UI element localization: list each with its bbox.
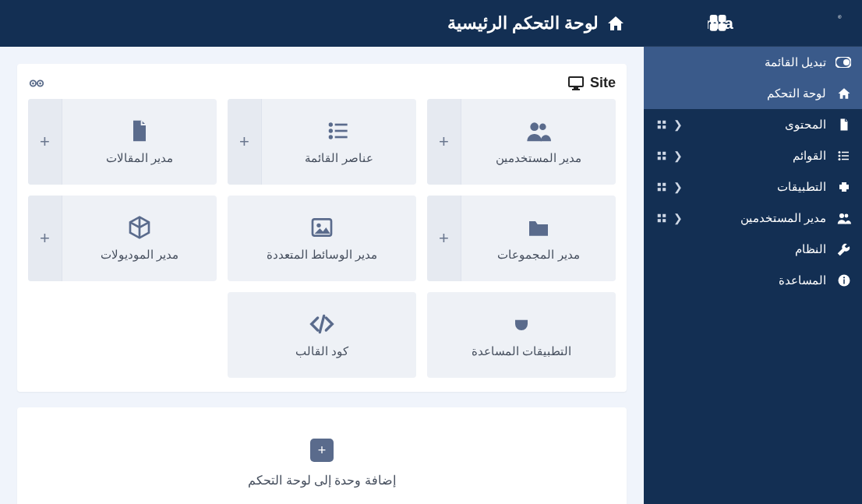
nav-label: المساعدة bbox=[655, 273, 826, 287]
tile-file: مدير المقالات+ bbox=[28, 99, 217, 185]
menu-toggle[interactable]: تبديل القائمة bbox=[644, 47, 862, 78]
svg-rect-37 bbox=[572, 89, 580, 90]
tile-list: عناصر القائمة+ bbox=[228, 99, 416, 185]
desktop-icon bbox=[568, 76, 584, 90]
nav-users[interactable]: مدير المستخدمين❮ bbox=[644, 203, 862, 234]
svg-point-51 bbox=[316, 224, 320, 227]
svg-rect-11 bbox=[662, 125, 666, 129]
svg-point-26 bbox=[839, 213, 844, 218]
svg-rect-3 bbox=[719, 14, 726, 22]
toggle-icon bbox=[832, 57, 851, 68]
svg-point-39 bbox=[32, 82, 34, 84]
svg-point-48 bbox=[329, 135, 333, 139]
svg-rect-9 bbox=[662, 121, 666, 124]
grid-icon[interactable] bbox=[655, 119, 669, 130]
svg-rect-28 bbox=[658, 214, 661, 217]
sidebar: Joomla! ® تبديل القائمة لوحة التحكمالمح bbox=[644, 0, 862, 504]
svg-rect-35 bbox=[569, 77, 583, 86]
grid-icon[interactable] bbox=[655, 182, 669, 192]
panel-settings-button[interactable] bbox=[28, 76, 45, 90]
nav-label: مدير المستخدمين bbox=[687, 211, 826, 225]
content: Site مدير المستخدمين+عناصر القائمة+مدير … bbox=[0, 47, 644, 504]
svg-rect-8 bbox=[658, 121, 661, 124]
tile-button[interactable]: مدير الوسائط المتعددة bbox=[228, 196, 416, 281]
nav: لوحة التحكمالمحتوى❮القوائم❮التطبيقات❮مدي… bbox=[644, 78, 862, 296]
nav-label: القوائم bbox=[687, 149, 826, 163]
svg-point-46 bbox=[329, 129, 333, 132]
tile-button[interactable]: مدير المقالات bbox=[62, 99, 217, 185]
tile-button[interactable]: مدير الموديولات bbox=[62, 196, 217, 281]
svg-rect-49 bbox=[335, 136, 348, 139]
svg-rect-15 bbox=[842, 155, 849, 157]
tile-add-button[interactable]: + bbox=[228, 99, 262, 185]
svg-rect-13 bbox=[842, 152, 849, 153]
tile-code: كود القالب bbox=[228, 292, 416, 378]
nav-label: التطبيقات bbox=[687, 180, 826, 194]
site-panel: Site مدير المستخدمين+عناصر القائمة+مدير … bbox=[17, 64, 627, 392]
svg-rect-31 bbox=[662, 219, 666, 222]
nav-help[interactable]: المساعدة bbox=[644, 265, 862, 296]
tile-cube: مدير الموديولات+ bbox=[28, 196, 217, 281]
plug-icon bbox=[509, 312, 534, 337]
add-module-panel[interactable]: + إضافة وحدة إلى لوحة التحكم bbox=[17, 407, 627, 504]
svg-point-34 bbox=[843, 277, 845, 278]
tile-button[interactable]: مدير المستخدمين bbox=[461, 99, 616, 185]
svg-rect-30 bbox=[658, 219, 661, 222]
tile-grid: مدير المستخدمين+عناصر القائمة+مدير المقا… bbox=[28, 99, 616, 378]
home-icon bbox=[832, 86, 851, 100]
tile-users: مدير المستخدمين+ bbox=[427, 99, 616, 185]
chevron-left-icon: ❮ bbox=[669, 212, 687, 224]
tile-button[interactable]: مدير المجموعات bbox=[461, 196, 616, 281]
svg-rect-25 bbox=[662, 188, 666, 191]
wrench-icon bbox=[832, 242, 851, 256]
panel-title-text: Site bbox=[590, 75, 616, 91]
svg-point-14 bbox=[839, 155, 841, 157]
svg-rect-5 bbox=[719, 23, 726, 31]
tile-label: كود القالب bbox=[295, 344, 348, 358]
svg-text:®: ® bbox=[838, 14, 842, 19]
panel-title: Site bbox=[568, 75, 616, 91]
chevron-left-icon: ❮ bbox=[669, 118, 687, 131]
svg-rect-4 bbox=[710, 23, 718, 31]
svg-rect-24 bbox=[658, 188, 661, 191]
brand-logo: Joomla! ® bbox=[644, 0, 862, 47]
tile-add-button[interactable]: + bbox=[427, 196, 461, 281]
grid-icon[interactable] bbox=[655, 150, 669, 161]
nav-components[interactable]: التطبيقات❮ bbox=[644, 171, 862, 203]
tile-button[interactable]: عناصر القائمة bbox=[262, 99, 416, 185]
svg-point-27 bbox=[845, 214, 849, 218]
nav-dashboard[interactable]: لوحة التحكم bbox=[644, 78, 862, 109]
puzzle-icon bbox=[832, 180, 851, 194]
grid-icon[interactable] bbox=[655, 213, 669, 224]
tile-label: مدير المجموعات bbox=[497, 248, 579, 262]
svg-point-7 bbox=[843, 59, 850, 65]
list-icon bbox=[832, 149, 851, 163]
nav-content[interactable]: المحتوى❮ bbox=[644, 109, 862, 140]
tile-add-button[interactable]: + bbox=[28, 196, 62, 281]
svg-rect-17 bbox=[842, 159, 849, 160]
nav-label: النظام bbox=[655, 242, 826, 256]
menu-toggle-label: تبديل القائمة bbox=[655, 55, 826, 69]
svg-point-41 bbox=[39, 82, 41, 84]
tile-label: مدير الموديولات bbox=[101, 248, 178, 262]
nav-menus[interactable]: القوائم❮ bbox=[644, 140, 862, 171]
svg-rect-22 bbox=[658, 183, 661, 186]
nav-label: المحتوى bbox=[687, 118, 826, 132]
nav-system[interactable]: النظام bbox=[644, 234, 862, 265]
plus-icon: + bbox=[310, 439, 334, 462]
info-icon bbox=[832, 273, 851, 287]
svg-point-44 bbox=[329, 122, 333, 126]
svg-rect-21 bbox=[662, 157, 666, 160]
tile-add-button[interactable]: + bbox=[427, 99, 461, 185]
svg-point-43 bbox=[539, 123, 546, 130]
file-icon bbox=[832, 118, 851, 132]
page-title: لوحة التحكم الرئيسية bbox=[447, 13, 599, 33]
tile-button[interactable]: كود القالب bbox=[228, 292, 416, 378]
svg-rect-29 bbox=[662, 214, 666, 217]
home-icon bbox=[606, 14, 625, 33]
tile-add-button[interactable]: + bbox=[28, 99, 62, 185]
tile-button[interactable]: التطبيقات المساعدة bbox=[427, 292, 616, 378]
tile-folder: مدير المجموعات+ bbox=[427, 196, 616, 281]
svg-rect-23 bbox=[662, 183, 666, 186]
folder-icon bbox=[526, 215, 551, 240]
